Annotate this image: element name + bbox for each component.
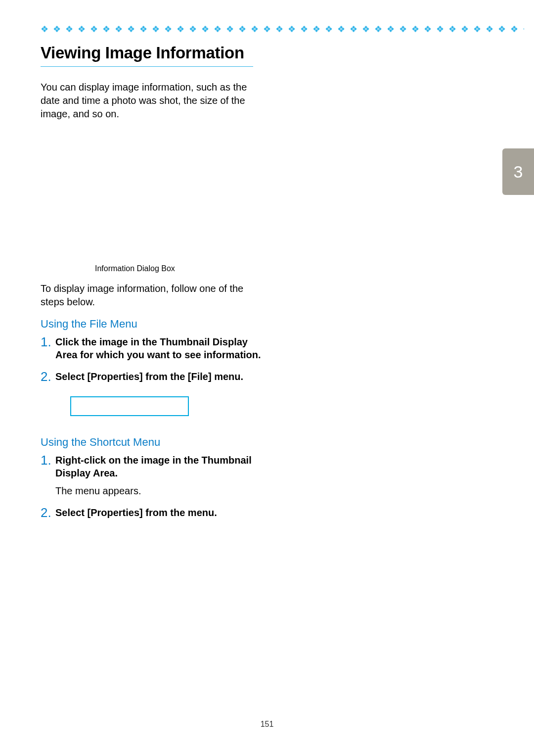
chapter-tab: 3 — [502, 148, 534, 195]
step-text: Select [Properties] from the menu. — [55, 506, 217, 519]
step-number: 1. — [41, 454, 55, 467]
step-bold-text: Right-click on the image in the Thumbnai… — [55, 455, 252, 478]
shortcut-menu-step-1: 1. Right-click on the image in the Thumb… — [41, 454, 268, 497]
page-title: Viewing Image Information — [41, 44, 253, 67]
step-text: Select [Properties] from the [File] menu… — [55, 370, 243, 383]
step-text: Click the image in the Thumbnail Display… — [55, 335, 268, 361]
file-menu-step-2: 2. Select [Properties] from the [File] m… — [41, 370, 268, 383]
shortcut-menu-step-2: 2. Select [Properties] from the menu. — [41, 506, 268, 520]
screenshot-placeholder-box — [70, 396, 189, 416]
decorative-diamond-border: ❖ ❖ ❖ ❖ ❖ ❖ ❖ ❖ ❖ ❖ ❖ ❖ ❖ ❖ ❖ ❖ ❖ ❖ ❖ ❖ … — [41, 24, 524, 33]
file-menu-step-1: 1. Click the image in the Thumbnail Disp… — [41, 335, 268, 361]
follow-paragraph: To display image information, follow one… — [41, 282, 263, 309]
step-number: 1. — [41, 335, 55, 349]
step-number: 2. — [41, 370, 55, 383]
page-number: 151 — [0, 720, 534, 729]
step-number: 2. — [41, 506, 55, 520]
section-heading-shortcut-menu: Using the Shortcut Menu — [41, 436, 268, 449]
step-text: Right-click on the image in the Thumbnai… — [55, 454, 268, 497]
figure-caption: Information Dialog Box — [95, 264, 268, 273]
intro-paragraph: You can display image information, such … — [41, 81, 263, 121]
page-content: Viewing Image Information You can displa… — [41, 44, 268, 529]
section-heading-file-menu: Using the File Menu — [41, 318, 268, 331]
step-note: The menu appears. — [55, 484, 268, 497]
